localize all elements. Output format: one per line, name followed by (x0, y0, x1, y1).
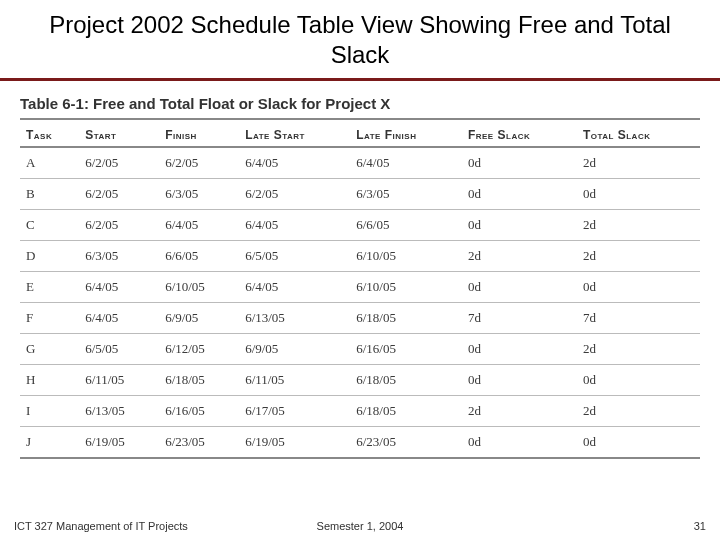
cell-finish: 6/12/05 (159, 334, 239, 365)
cell-task: F (20, 303, 79, 334)
table-caption: Table 6-1: Free and Total Float or Slack… (20, 95, 700, 112)
cell-late-finish: 6/3/05 (350, 179, 462, 210)
cell-finish: 6/3/05 (159, 179, 239, 210)
table-row: C6/2/056/4/056/4/056/6/050d2d (20, 210, 700, 241)
cell-start: 6/19/05 (79, 427, 159, 459)
table-row: B6/2/056/3/056/2/056/3/050d0d (20, 179, 700, 210)
cell-late-start: 6/4/05 (239, 272, 350, 303)
cell-total-slack: 2d (577, 210, 700, 241)
cell-late-start: 6/4/05 (239, 210, 350, 241)
cell-task: I (20, 396, 79, 427)
footer-left: ICT 327 Management of IT Projects (14, 520, 188, 532)
slide-footer: ICT 327 Management of IT Projects Semest… (0, 520, 720, 532)
cell-task: C (20, 210, 79, 241)
slack-table: Task Start Finish Late Start Late Finish… (20, 124, 700, 459)
cell-finish: 6/16/05 (159, 396, 239, 427)
col-late-start: Late Start (239, 124, 350, 147)
cell-late-finish: 6/23/05 (350, 427, 462, 459)
table-row: F6/4/056/9/056/13/056/18/057d7d (20, 303, 700, 334)
cell-free-slack: 0d (462, 272, 577, 303)
table-row: G6/5/056/12/056/9/056/16/050d2d (20, 334, 700, 365)
col-late-finish: Late Finish (350, 124, 462, 147)
cell-task: D (20, 241, 79, 272)
col-finish: Finish (159, 124, 239, 147)
cell-total-slack: 0d (577, 179, 700, 210)
cell-task: J (20, 427, 79, 459)
cell-total-slack: 0d (577, 365, 700, 396)
cell-late-start: 6/13/05 (239, 303, 350, 334)
cell-free-slack: 2d (462, 396, 577, 427)
table-row: I6/13/056/16/056/17/056/18/052d2d (20, 396, 700, 427)
cell-total-slack: 7d (577, 303, 700, 334)
cell-free-slack: 0d (462, 334, 577, 365)
cell-start: 6/13/05 (79, 396, 159, 427)
table-row: H6/11/056/18/056/11/056/18/050d0d (20, 365, 700, 396)
cell-finish: 6/18/05 (159, 365, 239, 396)
cell-late-start: 6/5/05 (239, 241, 350, 272)
cell-total-slack: 2d (577, 334, 700, 365)
cell-total-slack: 0d (577, 272, 700, 303)
cell-start: 6/4/05 (79, 303, 159, 334)
cell-task: A (20, 147, 79, 179)
cell-total-slack: 0d (577, 427, 700, 459)
cell-finish: 6/10/05 (159, 272, 239, 303)
cell-late-finish: 6/10/05 (350, 241, 462, 272)
cell-finish: 6/4/05 (159, 210, 239, 241)
table-row: D6/3/056/6/056/5/056/10/052d2d (20, 241, 700, 272)
cell-late-finish: 6/18/05 (350, 303, 462, 334)
table-header-row: Task Start Finish Late Start Late Finish… (20, 124, 700, 147)
cell-task: G (20, 334, 79, 365)
col-free-slack: Free Slack (462, 124, 577, 147)
cell-finish: 6/6/05 (159, 241, 239, 272)
cell-late-start: 6/11/05 (239, 365, 350, 396)
cell-late-finish: 6/4/05 (350, 147, 462, 179)
cell-late-start: 6/9/05 (239, 334, 350, 365)
cell-late-finish: 6/6/05 (350, 210, 462, 241)
cell-start: 6/3/05 (79, 241, 159, 272)
cell-late-start: 6/2/05 (239, 179, 350, 210)
cell-finish: 6/9/05 (159, 303, 239, 334)
cell-free-slack: 0d (462, 210, 577, 241)
col-total-slack: Total Slack (577, 124, 700, 147)
table-row: J6/19/056/23/056/19/056/23/050d0d (20, 427, 700, 459)
table-container: Table 6-1: Free and Total Float or Slack… (0, 81, 720, 459)
table-row: A6/2/056/2/056/4/056/4/050d2d (20, 147, 700, 179)
cell-total-slack: 2d (577, 241, 700, 272)
slide-title: Project 2002 Schedule Table View Showing… (0, 0, 720, 78)
cell-total-slack: 2d (577, 396, 700, 427)
cell-start: 6/2/05 (79, 210, 159, 241)
cell-free-slack: 0d (462, 179, 577, 210)
cell-late-start: 6/19/05 (239, 427, 350, 459)
cell-free-slack: 0d (462, 365, 577, 396)
table-row: E6/4/056/10/056/4/056/10/050d0d (20, 272, 700, 303)
cell-start: 6/2/05 (79, 179, 159, 210)
footer-center: Semester 1, 2004 (317, 520, 404, 532)
cell-finish: 6/2/05 (159, 147, 239, 179)
col-task: Task (20, 124, 79, 147)
cell-late-start: 6/17/05 (239, 396, 350, 427)
cell-late-start: 6/4/05 (239, 147, 350, 179)
cell-late-finish: 6/18/05 (350, 396, 462, 427)
cell-start: 6/4/05 (79, 272, 159, 303)
cell-task: H (20, 365, 79, 396)
cell-free-slack: 7d (462, 303, 577, 334)
cell-free-slack: 0d (462, 147, 577, 179)
cell-free-slack: 2d (462, 241, 577, 272)
cell-task: B (20, 179, 79, 210)
cell-start: 6/11/05 (79, 365, 159, 396)
cell-start: 6/2/05 (79, 147, 159, 179)
cell-start: 6/5/05 (79, 334, 159, 365)
col-start: Start (79, 124, 159, 147)
cell-late-finish: 6/16/05 (350, 334, 462, 365)
caption-divider (20, 118, 700, 120)
cell-finish: 6/23/05 (159, 427, 239, 459)
cell-late-finish: 6/18/05 (350, 365, 462, 396)
cell-late-finish: 6/10/05 (350, 272, 462, 303)
cell-total-slack: 2d (577, 147, 700, 179)
cell-free-slack: 0d (462, 427, 577, 459)
footer-right: 31 (694, 520, 706, 532)
cell-task: E (20, 272, 79, 303)
